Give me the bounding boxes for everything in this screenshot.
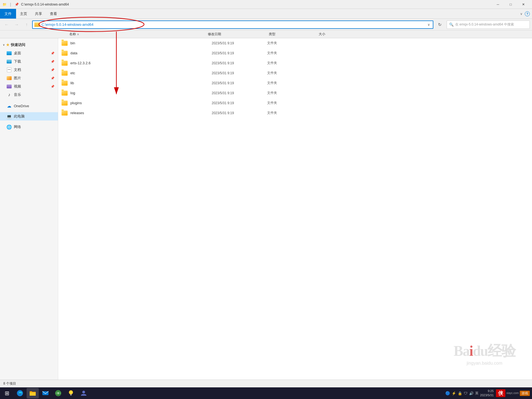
- close-button[interactable]: ✕: [517, 0, 530, 9]
- col-header-size[interactable]: 大小: [319, 32, 325, 37]
- svg-rect-2: [30, 392, 36, 396]
- file-type-cell: 文件夹: [267, 71, 317, 75]
- sidebar: ∨ ★ 快速访问 桌面 📌 ↓ 下载 📌: [0, 38, 58, 387]
- toolbar: ← → ↑ ∨ ↻ 🔍 在 emqx-5.0.14-windows-amd64 …: [0, 19, 532, 30]
- folder-icon: [62, 91, 68, 96]
- quick-access-label: 快速访问: [11, 42, 25, 47]
- downloads-folder-icon: ↓: [7, 59, 12, 64]
- sidebar-spacer-3: [0, 121, 58, 123]
- sidebar-item-music[interactable]: ♪ 音乐: [0, 91, 58, 99]
- file-date-cell: 2023/5/31 9:19: [212, 101, 267, 105]
- desktop-label: 桌面: [14, 51, 21, 56]
- search-bar[interactable]: 🔍 在 emqx-5.0.14-windows-amd64 中搜索: [447, 21, 530, 29]
- pictures-folder-icon: [7, 76, 12, 81]
- file-name-cell: data: [70, 51, 212, 55]
- table-row[interactable]: erts-12.3.2.6 2023/5/31 9:19 文件夹: [58, 58, 532, 68]
- taskbar-system-tray: 🔵 ⚡ 🔒 🛡 🔊 英 9:25 2023/5/31: [445, 389, 496, 398]
- baidu-sub: jingyan.baidu.com: [454, 361, 515, 366]
- start-button[interactable]: ⊞: [1, 387, 13, 399]
- menu-file[interactable]: 文件: [0, 9, 16, 19]
- taskbar-file-explorer[interactable]: [27, 388, 39, 398]
- table-row[interactable]: log 2023/5/31 9:19 文件夹: [58, 88, 532, 98]
- table-row[interactable]: data 2023/5/31 9:19 文件夹: [58, 48, 532, 58]
- back-button[interactable]: ←: [2, 20, 11, 29]
- pin-icon: 📌: [14, 2, 19, 7]
- documents-pin-icon: 📌: [51, 68, 55, 72]
- file-type-cell: 文件夹: [267, 111, 317, 115]
- sidebar-item-onedrive[interactable]: ☁ OneDrive: [0, 102, 58, 110]
- status-bar: 8 个项目: [0, 380, 532, 387]
- menu-home[interactable]: 主页: [16, 9, 31, 19]
- file-date-cell: 2023/5/31 9:19: [212, 51, 267, 55]
- address-input[interactable]: [42, 22, 426, 27]
- folder-icon: [62, 111, 68, 116]
- folder-icon: [62, 61, 68, 66]
- col-header-name[interactable]: 名称 ∧: [58, 32, 208, 37]
- title-bar-path: C:\emqx-5.0.14-windows-amd64: [21, 2, 492, 6]
- site-label: xiayc.com: [507, 392, 519, 395]
- taskbar-tips[interactable]: [65, 388, 77, 398]
- baidu-watermark: Baidu经验 jingyan.baidu.com: [454, 341, 515, 366]
- sidebar-item-documents[interactable]: 文档 📌: [0, 66, 58, 74]
- col-name-label: 名称: [69, 32, 76, 37]
- table-row[interactable]: bin 2023/5/31 9:19 文件夹: [58, 38, 532, 48]
- table-row[interactable]: etc 2023/5/31 9:19 文件夹: [58, 68, 532, 78]
- documents-label: 文档: [14, 67, 21, 72]
- sidebar-item-videos[interactable]: 视频 📌: [0, 82, 58, 91]
- network-tray-icon: 🔒: [458, 391, 462, 395]
- table-row[interactable]: lib 2023/5/31 9:19 文件夹: [58, 78, 532, 88]
- this-pc-label: 此电脑: [14, 114, 25, 119]
- desktop-folder-icon: [7, 51, 12, 56]
- menu-view[interactable]: 查看: [46, 9, 61, 19]
- taskbar-mail[interactable]: [39, 388, 52, 398]
- refresh-button[interactable]: ↻: [436, 21, 444, 29]
- sidebar-item-this-pc[interactable]: 💻 此电脑: [0, 112, 58, 121]
- file-type-cell: 文件夹: [267, 81, 317, 85]
- taskbar-clock[interactable]: 9:25 2023/5/31: [480, 389, 494, 398]
- svg-point-6: [57, 392, 59, 394]
- pictures-pin-icon: 📌: [51, 76, 55, 80]
- taskbar-network[interactable]: [52, 388, 64, 398]
- file-date-cell: 2023/5/31 9:19: [212, 111, 267, 115]
- maximize-button[interactable]: □: [504, 0, 517, 9]
- desktop-pin-icon: 📌: [51, 52, 55, 55]
- col-name-sort-icon: ∧: [77, 33, 79, 36]
- svg-point-10: [82, 391, 85, 393]
- address-chevron-icon[interactable]: ∨: [426, 23, 431, 27]
- menu-bar: 文件 主页 共享 查看 ∨ ?: [0, 9, 532, 19]
- onedrive-icon: ☁: [7, 103, 12, 108]
- minimize-button[interactable]: ─: [492, 0, 504, 9]
- quick-access-header[interactable]: ∨ ★ 快速访问: [0, 40, 58, 49]
- svg-rect-3: [30, 391, 32, 392]
- table-row[interactable]: plugins 2023/5/31 9:19 文件夹: [58, 98, 532, 108]
- help-button[interactable]: ?: [525, 11, 530, 16]
- folder-icon: [62, 81, 68, 86]
- folder-icon: [62, 71, 68, 76]
- file-type-cell: 文件夹: [267, 91, 317, 95]
- taskbar: ⊞: [0, 387, 532, 399]
- sidebar-item-pictures[interactable]: 图片 📌: [0, 74, 58, 82]
- taskbar-apps: [14, 388, 90, 398]
- table-row[interactable]: releases 2023/5/31 9:19 文件夹: [58, 108, 532, 118]
- search-placeholder: 在 emqx-5.0.14-windows-amd64 中搜索: [455, 22, 527, 27]
- address-bar[interactable]: ∨: [32, 21, 433, 29]
- menu-share[interactable]: 共享: [31, 9, 46, 19]
- col-header-type[interactable]: 类型: [269, 32, 319, 37]
- forward-button[interactable]: →: [12, 20, 21, 29]
- sidebar-item-desktop[interactable]: 桌面 📌: [0, 49, 58, 57]
- sidebar-item-downloads[interactable]: ↓ 下载 📌: [0, 57, 58, 66]
- file-name-cell: log: [70, 91, 212, 95]
- folder-icon: [62, 101, 68, 106]
- file-type-cell: 文件夹: [267, 101, 317, 105]
- col-header-date[interactable]: 修改日期: [208, 32, 269, 37]
- up-button[interactable]: ↑: [22, 20, 31, 29]
- file-date-cell: 2023/5/31 9:19: [212, 91, 267, 95]
- taskbar-account[interactable]: [78, 388, 90, 398]
- videos-label: 视频: [14, 84, 21, 89]
- sidebar-spacer-2: [0, 110, 58, 112]
- taskbar-edge[interactable]: [14, 388, 26, 398]
- sidebar-item-network[interactable]: 🌐 网络: [0, 123, 58, 131]
- svg-rect-8: [70, 394, 72, 395]
- this-pc-icon: 💻: [7, 114, 12, 119]
- expand-ribbon-icon[interactable]: ∨: [520, 12, 523, 16]
